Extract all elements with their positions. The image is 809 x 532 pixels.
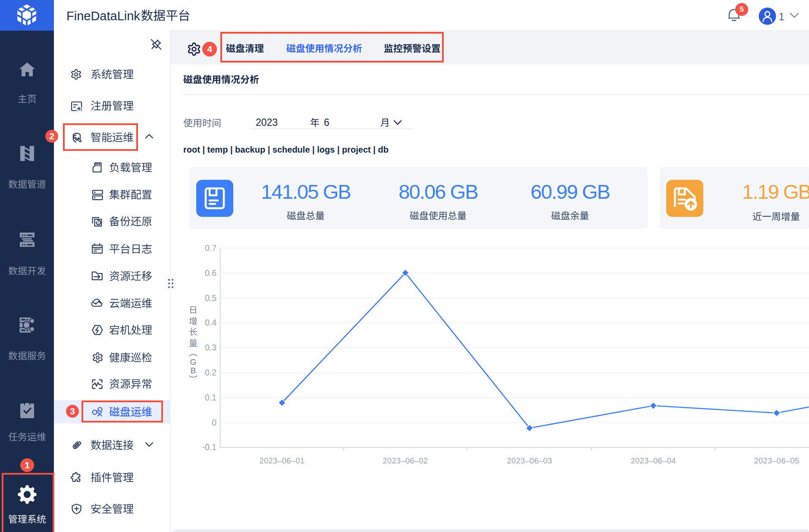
svg-text:0.4: 0.4 [205, 318, 216, 327]
svg-text:0.6: 0.6 [205, 268, 216, 278]
svg-text:0.1: 0.1 [205, 393, 216, 402]
svg-text:2023–06–02: 2023–06–02 [383, 457, 428, 465]
svg-text:0.5: 0.5 [205, 293, 216, 303]
svg-text:2023–06–03: 2023–06–03 [507, 457, 552, 465]
svg-text:0.3: 0.3 [205, 343, 216, 352]
svg-text:2023–06–01: 2023–06–01 [259, 457, 304, 465]
svg-text:2023–06–04: 2023–06–04 [630, 457, 676, 465]
svg-text:0.2: 0.2 [205, 368, 216, 377]
svg-text:-0.1: -0.1 [202, 442, 216, 452]
svg-text:0: 0 [212, 418, 216, 427]
svg-text:0.7: 0.7 [205, 243, 216, 253]
svg-text:2023–06–05: 2023–06–05 [754, 457, 799, 465]
